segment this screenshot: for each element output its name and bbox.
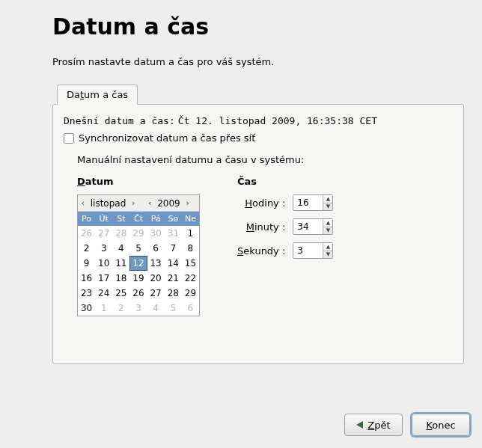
page-subtitle: Prosím nastavte datum a čas pro váš syst… [52,56,467,67]
calendar-year[interactable]: 2009 [157,198,180,209]
calendar-weekday: St [112,212,129,226]
calendar-day[interactable]: 2 [112,301,129,316]
sync-label: Synchronizovat datum a čas přes síť [79,132,255,144]
back-button[interactable]: Zpět [344,414,403,436]
calendar-weekday: So [165,212,182,226]
calendar-day[interactable]: 3 [95,241,112,256]
calendar-day[interactable]: 21 [165,271,182,286]
calendar-weekday: Čt [129,212,147,226]
next-month-button[interactable]: › [129,198,138,208]
calendar-day[interactable]: 4 [147,301,165,316]
next-year-button[interactable]: › [183,198,192,208]
calendar-day[interactable]: 29 [182,286,199,301]
calendar-day[interactable]: 9 [78,256,95,271]
calendar-day[interactable]: 29 [129,226,147,241]
hours-label: Hodiny : [237,197,285,209]
calendar-day[interactable]: 3 [129,301,147,316]
hours-spinner[interactable]: 16 ▲ ▼ [293,194,333,211]
calendar-day[interactable]: 28 [112,226,129,241]
calendar-day[interactable]: 30 [78,301,95,316]
calendar-row: 2345678 [78,241,199,256]
manual-label: Manuální nastavení datumu a času v systé… [77,154,453,165]
calendar-day[interactable]: 28 [165,286,182,301]
calendar-month[interactable]: listopad [91,198,126,209]
minutes-spinner[interactable]: 34 ▲ ▼ [293,218,333,235]
date-column: Datum ‹ listopad › ‹ 2009 [77,176,200,316]
calendar-day[interactable]: 26 [78,226,95,241]
seconds-spinner[interactable]: 3 ▲ ▼ [293,242,333,259]
calendar-day[interactable]: 6 [182,301,199,316]
calendar-weekday: Út [95,212,112,226]
calendar-day[interactable]: 20 [147,271,165,286]
calendar-weekday: Po [78,212,95,226]
calendar-day[interactable]: 30 [147,226,165,241]
tab-datetime[interactable]: Datum a čas [57,85,138,105]
calendar-day[interactable]: 7 [165,241,182,256]
arrow-left-icon [356,421,363,429]
seconds-down-button[interactable]: ▼ [323,251,332,259]
current-datetime-value: Čt 12. listopad 2009, 16:35:38 CET [178,115,377,126]
calendar-day[interactable]: 14 [165,256,182,271]
calendar-day[interactable]: 6 [147,241,165,256]
calendar-day[interactable]: 26 [129,286,147,301]
calendar-row: 2627282930311 [78,226,199,241]
calendar-day[interactable]: 27 [95,226,112,241]
calendar-day[interactable]: 8 [182,241,199,256]
calendar-day[interactable]: 2 [78,241,95,256]
calendar-day[interactable]: 4 [112,241,129,256]
calendar-day[interactable]: 15 [182,256,199,271]
prev-year-button[interactable]: ‹ [145,198,154,208]
calendar-day[interactable]: 11 [112,256,129,271]
calendar-day[interactable]: 1 [95,301,112,316]
calendar-body: 2627282930311234567891011121314151617181… [78,226,199,316]
time-column: Čas Hodiny : 16 ▲ ▼ [237,176,333,316]
calendar-day[interactable]: 12 [129,256,147,271]
calendar-day[interactable]: 13 [147,256,165,271]
calendar-day[interactable]: 5 [129,241,147,256]
calendar-day[interactable]: 10 [95,256,112,271]
sync-checkbox[interactable] [64,133,74,144]
minutes-down-button[interactable]: ▼ [323,227,332,235]
calendar-day[interactable]: 16 [78,271,95,286]
calendar-day[interactable]: 18 [112,271,129,286]
calendar-day[interactable]: 19 [129,271,147,286]
calendar-row: 30123456 [78,301,199,316]
current-datetime-label: Dnešní datum a čas: [64,115,175,126]
calendar-day[interactable]: 22 [182,271,199,286]
calendar-day[interactable]: 27 [147,286,165,301]
calendar-weekdays: PoÚtStČtPáSoNe [78,212,199,226]
date-heading: Datum [77,176,200,187]
calendar-day[interactable]: 25 [112,286,129,301]
calendar-row: 16171819202122 [78,271,199,286]
calendar-nav: ‹ listopad › ‹ 2009 › [78,195,199,212]
minutes-value[interactable]: 34 [293,219,323,234]
calendar-day[interactable]: 5 [165,301,182,316]
minutes-up-button[interactable]: ▲ [323,219,332,227]
finish-button[interactable]: Konec [412,414,470,436]
calendar: ‹ listopad › ‹ 2009 › PoÚtStČtPáSoNe 2 [77,194,200,316]
seconds-value[interactable]: 3 [293,243,323,258]
sync-row[interactable]: Synchronizovat datum a čas přes síť [64,132,453,144]
calendar-day[interactable]: 24 [95,286,112,301]
page-title: Datum a čas [52,13,467,40]
hours-value[interactable]: 16 [293,195,323,210]
calendar-day[interactable]: 17 [95,271,112,286]
calendar-row: 9101112131415 [78,256,199,271]
calendar-weekday: Ne [182,212,199,226]
calendar-row: 23242526272829 [78,286,199,301]
hours-up-button[interactable]: ▲ [323,195,332,203]
seconds-label: Sekundy : [237,245,285,257]
current-datetime-row: Dnešní datum a čas: Čt 12. listopad 2009… [64,115,453,126]
calendar-day[interactable]: 23 [78,286,95,301]
calendar-day[interactable]: 31 [165,226,182,241]
calendar-day[interactable]: 1 [182,226,199,241]
time-heading: Čas [237,176,333,187]
calendar-weekday: Pá [147,212,165,226]
prev-month-button[interactable]: ‹ [79,198,88,208]
seconds-up-button[interactable]: ▲ [323,243,332,251]
minutes-label: Minuty : [237,221,285,233]
footer-buttons: Zpět Konec [344,414,470,436]
hours-down-button[interactable]: ▼ [323,203,332,211]
panel-datetime: Dnešní datum a čas: Čt 12. listopad 2009… [52,104,464,364]
